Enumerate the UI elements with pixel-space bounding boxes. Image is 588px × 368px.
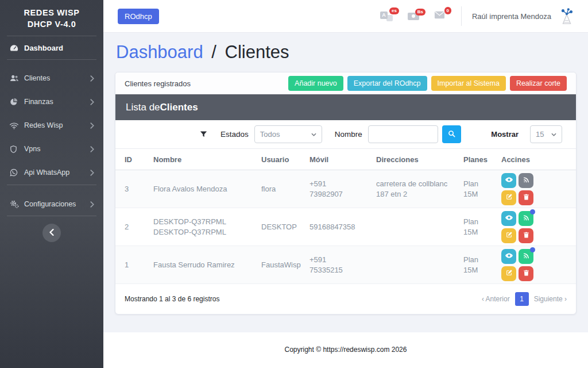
edit-icon [505,269,513,278]
sidebar-item-label: Dashboard [24,44,94,52]
cell-planes: Plan 15M [463,255,501,275]
column-header-planes: Planes [463,155,501,164]
rss-icon [523,252,530,261]
cell-nombre: DESKTOP-Q37RPML DESKTOP-Q37RPML [153,217,261,237]
edit-icon [505,231,513,240]
mail-icon [434,11,445,21]
sidebar-item-dashboard[interactable]: Dashboard [0,36,103,59]
cell-movil: 59168847358 [310,222,376,232]
breadcrumb: Dashboard / Clientes [116,42,577,63]
sidebar-item-vpns[interactable]: Vpns [0,137,103,160]
edit-button[interactable] [501,228,516,243]
app-window: REDES WISP DHCP V-4.0 Dashboard Clientes [0,0,588,368]
sidebar-item-api-whatsapp[interactable]: Api WhatsApp [0,161,103,184]
view-button[interactable] [501,211,516,226]
rss-icon [523,214,530,223]
sidebar-item-label: Configuraciones [24,200,90,208]
export-button[interactable]: Exportar del ROdhcp [347,76,427,91]
antenna-avatar[interactable] [558,6,575,26]
column-header-direcciones: Direcciones [376,155,463,164]
chevron-left-icon [49,229,54,237]
column-header-acciones: Accines [501,155,567,164]
column-header-id: ID [125,155,153,164]
messages-menu[interactable]: 0 [434,11,445,21]
cell-movil: +591 75335215 [310,255,376,275]
card-header: Clientes registrados Añadir nuevo Export… [115,72,576,94]
brand-line-2: DHCP V-4.0 [5,19,99,30]
nombre-label: Nombre [335,130,362,139]
tachometer-icon [9,43,24,53]
cell-direcciones: carretera de collblanc 187 etn 2 [376,179,463,199]
breadcrumb-dashboard-link[interactable]: Dashboard [116,42,203,62]
users-icon [9,73,24,83]
import-button[interactable]: Importar al Sistema [431,76,506,91]
card-title: Clientes registrados [125,79,191,88]
cell-nombre: Flora Avalos Mendoza [153,184,261,194]
wifi-icon [9,121,24,131]
breadcrumb-separator: / [211,42,216,62]
row-actions [501,173,567,205]
main-content: Dashboard / Clientes Clientes registrado… [103,33,588,332]
sidebar-item-label: Clientes [24,74,90,82]
sidebar-item-clientes[interactable]: Clientes [0,67,103,90]
caret-down-icon [551,133,556,136]
edit-button[interactable] [501,190,516,205]
table-row: 1 Fausta Serrudo Ramirez FaustaWisp +591… [115,246,576,284]
column-header-nombre: Nombre [153,155,261,164]
cell-id: 3 [125,184,153,194]
list-title-prefix: Lista de [126,102,160,113]
currency-menu[interactable]: Bs [408,13,419,20]
gears-icon [9,199,24,209]
sidebar: REDES WISP DHCP V-4.0 Dashboard Clientes [0,0,103,368]
estados-label: Estados [220,130,249,139]
edit-button[interactable] [501,266,516,281]
table-footer: Mostrando 1 al 3 de 6 registros ‹ Anteri… [115,284,576,314]
estados-select[interactable]: Todos [254,125,322,143]
delete-button[interactable] [519,228,533,243]
cell-planes: Plan 15M [463,179,501,199]
cell-movil: +591 73982907 [310,179,376,199]
rss-button[interactable] [519,249,533,264]
cut-service-button[interactable]: Realizar corte [510,76,567,91]
search-button[interactable] [442,125,461,143]
delete-button[interactable] [519,190,533,205]
list-title-bold: Clientes [160,102,198,113]
rss-button[interactable] [519,173,533,188]
cell-nombre: Fausta Serrudo Ramirez [153,260,261,270]
chevron-right-icon [90,146,94,152]
sidebar-item-label: Vpns [24,145,90,153]
pagination-page-1[interactable]: 1 [515,292,529,306]
pagination-next[interactable]: Siguiente › [534,295,567,303]
clients-card: Clientes registrados Añadir nuevo Export… [115,72,577,315]
view-button[interactable] [501,249,516,264]
sidebar-item-finanzas[interactable]: Finanzas [0,90,103,113]
cell-id: 1 [125,260,153,270]
sidebar-brand: REDES WISP DHCP V-4.0 [0,0,103,36]
rodhcp-button[interactable]: ROdhcp [118,9,159,24]
mail-badge: 0 [444,7,451,14]
eye-icon [505,175,513,186]
eye-icon [505,251,513,262]
eye-icon [505,213,513,224]
add-new-button[interactable]: Añadir nuevo [288,76,343,91]
sidebar-item-redes-wisp[interactable]: Redes Wisp [0,114,103,137]
view-button[interactable] [501,173,516,188]
cell-usuario: DESKTOP [261,222,310,232]
chevron-right-icon [90,122,94,129]
rss-button[interactable] [519,211,533,226]
nombre-input[interactable] [368,125,438,143]
filter-funnel-icon[interactable] [199,130,208,139]
sidebar-item-label: Redes Wisp [24,121,90,129]
chevron-right-icon [90,99,94,105]
sidebar-item-configuraciones[interactable]: Configuraciones [0,193,103,216]
shield-icon [9,145,24,154]
caret-down-icon [311,133,316,136]
language-menu[interactable]: A es [380,12,393,21]
page-size-select[interactable]: 15 [530,125,562,143]
user-name[interactable]: Raúl imprenta Mendoza [472,12,551,21]
delete-button[interactable] [519,266,533,281]
pagination-prev[interactable]: ‹ Anterior [482,295,510,303]
sidebar-collapse-button[interactable] [42,224,61,242]
cell-id: 2 [125,222,153,232]
topbar: ROdhcp A es Bs 0 Raúl imprenta Mendoza [103,0,588,33]
